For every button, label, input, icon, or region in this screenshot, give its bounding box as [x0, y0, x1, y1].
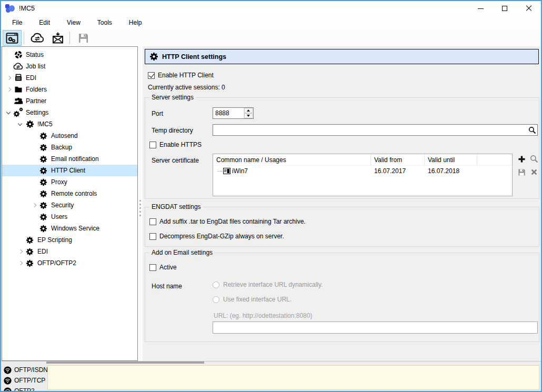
certificate-row[interactable]: iWin7 16.07.2017 16.07.2018	[213, 166, 512, 176]
floppy-icon	[78, 33, 89, 44]
menu-help[interactable]: Help	[121, 16, 150, 29]
enable-https-row: Enable HTTPS	[149, 141, 202, 148]
dynamic-url-radio[interactable]	[213, 282, 219, 288]
gear-icon	[38, 212, 48, 222]
sidebar-item-remote-controls[interactable]: Remote controls	[2, 188, 137, 199]
expander-collapsed[interactable]	[30, 199, 38, 211]
browse-search-icon[interactable]	[527, 126, 537, 134]
main-area: Status Job list EDI Folders Partner	[1, 46, 541, 361]
expander-collapsed[interactable]	[5, 84, 13, 95]
toolbar-separator	[24, 32, 24, 44]
wifi-icon	[4, 387, 12, 392]
certificate-table-header: Common name / Usages Valid from Valid un…	[213, 154, 512, 166]
bottom-area: OFTP/ISDN OFTP/TCP OFTP2	[1, 364, 541, 391]
tree-label: Autosend	[51, 132, 78, 139]
url-input[interactable]	[213, 324, 537, 331]
cert-valid-from: 16.07.2017	[371, 167, 425, 175]
port-input[interactable]	[213, 108, 244, 118]
tree-label: Status	[26, 51, 44, 58]
sidebar-item-windows-service[interactable]: Windows Service	[2, 223, 137, 234]
title-bar: !MC5	[1, 1, 541, 16]
sidebar-item-email-notification[interactable]: Email notification	[2, 153, 137, 165]
connection-oftp2[interactable]: OFTP2	[2, 386, 47, 392]
sidebar-item-backup[interactable]: Backup	[2, 142, 137, 153]
sidebar-item-job-list[interactable]: Job list	[2, 61, 137, 72]
menu-tools[interactable]: Tools	[89, 16, 121, 29]
tree-label: Job list	[26, 63, 45, 70]
col-common-name[interactable]: Common name / Usages	[213, 154, 371, 165]
job-list-button[interactable]	[28, 30, 47, 46]
expander-collapsed[interactable]	[16, 246, 25, 257]
fixed-url-radio[interactable]	[213, 296, 219, 303]
tree-label: Remote controls	[51, 190, 97, 197]
add-certificate-button[interactable]	[517, 154, 526, 164]
sidebar-item-settings[interactable]: Settings	[2, 107, 137, 118]
sidebar-item-mc5[interactable]: !MC5	[2, 118, 137, 130]
cross-icon	[530, 168, 538, 176]
sidebar-item-users[interactable]: Users	[2, 211, 137, 223]
panel-header: HTTP Client settings	[145, 49, 539, 64]
sidebar-item-autosend[interactable]: Autosend	[2, 130, 137, 142]
gear-icon	[25, 235, 35, 245]
port-spinner	[213, 107, 254, 119]
close-button[interactable]	[517, 1, 541, 16]
window-title: !MC5	[19, 5, 35, 12]
sidebar-item-security[interactable]: Security	[2, 199, 137, 211]
tree-label: HTTP Client	[51, 167, 85, 174]
panel-splitter[interactable]	[138, 46, 143, 361]
spin-up-button[interactable]	[244, 108, 253, 113]
fetch-email-button[interactable]	[48, 30, 67, 46]
sidebar-item-edi-settings[interactable]: EDI	[2, 246, 137, 257]
gear-icon	[38, 189, 48, 198]
expander-collapsed[interactable]	[16, 257, 25, 269]
expander-collapsed[interactable]	[5, 72, 13, 84]
email-active-checkbox[interactable]	[149, 264, 156, 271]
sidebar-item-edi[interactable]: EDI	[2, 72, 137, 84]
save-button[interactable]	[74, 30, 93, 46]
gear-icon	[38, 224, 48, 233]
gzip-row: Decompress EngDat-GZip always on server.	[149, 233, 284, 240]
checkbox-label: Add suffix .tar to EngDat files containi…	[159, 218, 306, 225]
menu-edit[interactable]: Edit	[31, 16, 58, 29]
maximize-icon	[502, 6, 507, 11]
expander-expanded[interactable]	[16, 118, 25, 130]
maximize-button[interactable]	[493, 1, 517, 16]
sidebar-item-status[interactable]: Status	[2, 49, 137, 61]
menu-view[interactable]: View	[58, 16, 89, 29]
gear-icon	[38, 131, 48, 140]
minimize-button[interactable]	[468, 1, 493, 16]
spin-down-button[interactable]	[244, 113, 253, 118]
sidebar-item-proxy[interactable]: Proxy	[2, 176, 137, 188]
col-valid-until[interactable]: Valid until	[425, 154, 477, 165]
wifi-icon	[4, 377, 12, 385]
email-active-row: Active	[149, 264, 177, 271]
delete-certificate-button[interactable]	[529, 167, 539, 177]
enable-http-client-checkbox[interactable]	[148, 72, 155, 79]
settings-gears-icon	[13, 108, 23, 117]
arrow-up-icon	[247, 109, 250, 112]
client-settings-button[interactable]	[3, 30, 22, 46]
sidebar-item-http-client[interactable]: HTTP Client	[2, 165, 137, 176]
sidebar-item-folders[interactable]: Folders	[2, 84, 137, 95]
sidebar-item-ep-scripting[interactable]: EP Scripting	[2, 234, 137, 246]
gzip-checkbox[interactable]	[149, 233, 156, 240]
sidebar-item-oftp-oftp2[interactable]: OFTP/OFTP2	[2, 257, 137, 269]
col-valid-from[interactable]: Valid from	[371, 154, 425, 165]
sidebar-item-partner[interactable]: Partner	[2, 95, 137, 107]
connection-oftp-tcp[interactable]: OFTP/TCP	[2, 375, 47, 386]
temp-directory-input[interactable]	[213, 126, 527, 134]
enable-https-checkbox[interactable]	[149, 142, 156, 148]
envelope-download-icon	[52, 32, 64, 44]
tar-suffix-checkbox[interactable]	[149, 218, 156, 225]
connection-label: OFTP/ISDN	[14, 366, 48, 374]
checkbox-label: Enable HTTPS	[159, 141, 202, 148]
expander-expanded[interactable]	[5, 107, 13, 118]
gear-icon	[25, 119, 35, 129]
menu-file[interactable]: File	[4, 16, 31, 29]
gear-icon	[38, 200, 48, 210]
dynamic-url-option: Retrieve interface URL dynamically.	[213, 281, 323, 288]
save-certificate-button[interactable]	[517, 167, 526, 177]
tree-label: EDI	[37, 248, 48, 255]
connection-oftp-isdn[interactable]: OFTP/ISDN	[2, 365, 47, 375]
search-certificate-button[interactable]	[529, 154, 539, 164]
